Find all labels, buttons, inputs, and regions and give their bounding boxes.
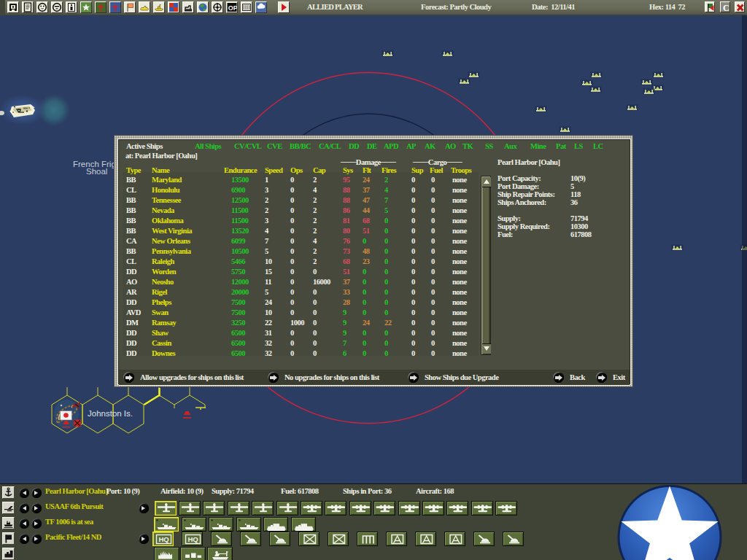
svg-text:OP: OP — [228, 4, 237, 12]
svg-text:HQ: HQ — [188, 535, 198, 543]
svg-text:C: C — [723, 3, 729, 13]
svg-text:HQ: HQ — [159, 535, 169, 543]
